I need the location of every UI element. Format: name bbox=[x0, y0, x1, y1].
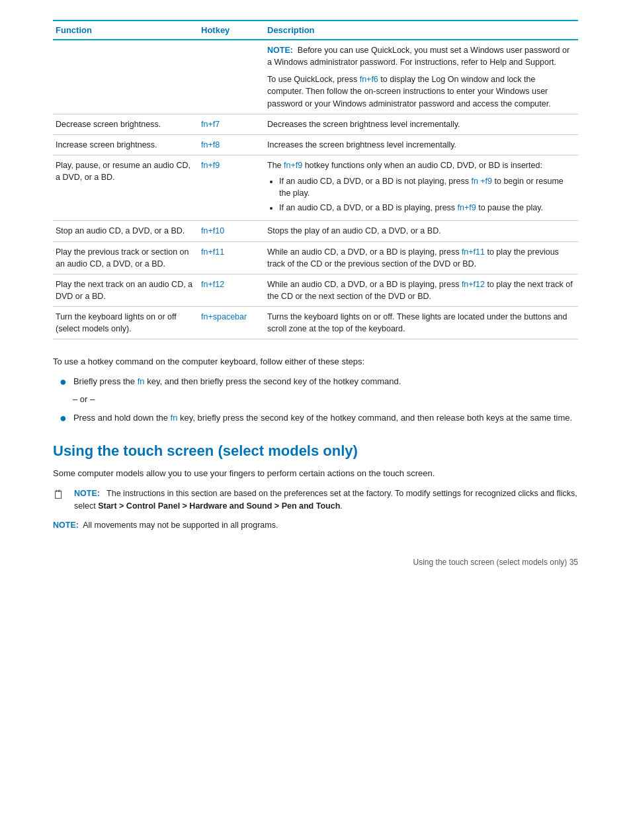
cell-hotkey: fn+f11 bbox=[198, 241, 265, 274]
cell-function: Stop an audio CD, a DVD, or a BD. bbox=[53, 221, 198, 241]
cell-function: Decrease screen brightness. bbox=[53, 114, 198, 134]
note-text-1: NOTE: The instructions in this section a… bbox=[74, 487, 578, 513]
cell-description: While an audio CD, a DVD, or a BD is pla… bbox=[265, 241, 578, 274]
cell-function bbox=[53, 40, 198, 114]
cell-hotkey: fn+f10 bbox=[198, 221, 265, 241]
col-header-description: Description bbox=[265, 21, 578, 40]
cell-hotkey bbox=[198, 40, 265, 114]
page-number: Using the touch screen (select models on… bbox=[53, 558, 578, 567]
cell-function: Increase screen brightness. bbox=[53, 134, 198, 155]
cell-description: Stops the play of an audio CD, a DVD, or… bbox=[265, 221, 578, 241]
note-block-1: 🗒 NOTE: The instructions in this section… bbox=[53, 487, 578, 513]
cell-description: Turns the keyboard lights on or off. The… bbox=[265, 307, 578, 339]
table-row: Play the next track on an audio CD, a DV… bbox=[53, 274, 578, 306]
cell-function: Turn the keyboard lights on or off (sele… bbox=[53, 307, 198, 339]
table-row: Play the previous track or section on an… bbox=[53, 241, 578, 274]
table-row: Stop an audio CD, a DVD, or a BD. fn+f10… bbox=[53, 221, 578, 241]
col-header-function: Function bbox=[53, 21, 198, 40]
cell-function: Play the next track on an audio CD, a DV… bbox=[53, 274, 198, 306]
cell-hotkey: fn+spacebar bbox=[198, 307, 265, 339]
cell-description: Increases the screen brightness level in… bbox=[265, 134, 578, 155]
cell-hotkey: fn+f7 bbox=[198, 114, 265, 134]
cell-hotkey: fn+f12 bbox=[198, 274, 265, 306]
bullet-text-2: Press and hold down the fn key, briefly … bbox=[73, 411, 572, 425]
cell-function: Play the previous track or section on an… bbox=[53, 241, 198, 274]
cell-hotkey: fn+f8 bbox=[198, 134, 265, 155]
table-row: Decrease screen brightness. fn+f7 Decrea… bbox=[53, 114, 578, 134]
note-block-2: NOTE: All movements may not be supported… bbox=[53, 519, 578, 532]
cell-description: The fn+f9 hotkey functions only when an … bbox=[265, 155, 578, 221]
table-row: Increase screen brightness. fn+f8 Increa… bbox=[53, 134, 578, 155]
bullet-dot-1: ● bbox=[60, 376, 67, 388]
cell-description: While an audio CD, a DVD, or a BD is pla… bbox=[265, 274, 578, 306]
table-row: Turn the keyboard lights on or off (sele… bbox=[53, 307, 578, 339]
col-header-hotkey: Hotkey bbox=[198, 21, 265, 40]
note-icon-1: 🗒 bbox=[53, 488, 67, 502]
bullet-item-1: ● Briefly press the fn key, and then bri… bbox=[60, 375, 578, 388]
table-row: NOTE: Before you can use QuickLock, you … bbox=[53, 40, 578, 114]
cell-description: Decreases the screen brightness level in… bbox=[265, 114, 578, 134]
or-separator: – or – bbox=[73, 393, 578, 406]
bullet-dot-2: ● bbox=[60, 412, 67, 424]
bullet-text-1: Briefly press the fn key, and then brief… bbox=[73, 375, 401, 388]
bullet-item-2: ● Press and hold down the fn key, briefl… bbox=[60, 411, 578, 425]
cell-function: Play, pause, or resume an audio CD, a DV… bbox=[53, 155, 198, 221]
table-row: Play, pause, or resume an audio CD, a DV… bbox=[53, 155, 578, 221]
body-intro: To use a hotkey command on the computer … bbox=[53, 355, 578, 424]
section-intro: Some computer models allow you to use yo… bbox=[53, 467, 578, 480]
section-heading: Using the touch screen (select models on… bbox=[53, 442, 578, 460]
cell-hotkey: fn+f9 bbox=[198, 155, 265, 221]
hotkey-table: Function Hotkey Description NOTE: Before… bbox=[53, 20, 578, 339]
cell-description: NOTE: Before you can use QuickLock, you … bbox=[265, 40, 578, 114]
